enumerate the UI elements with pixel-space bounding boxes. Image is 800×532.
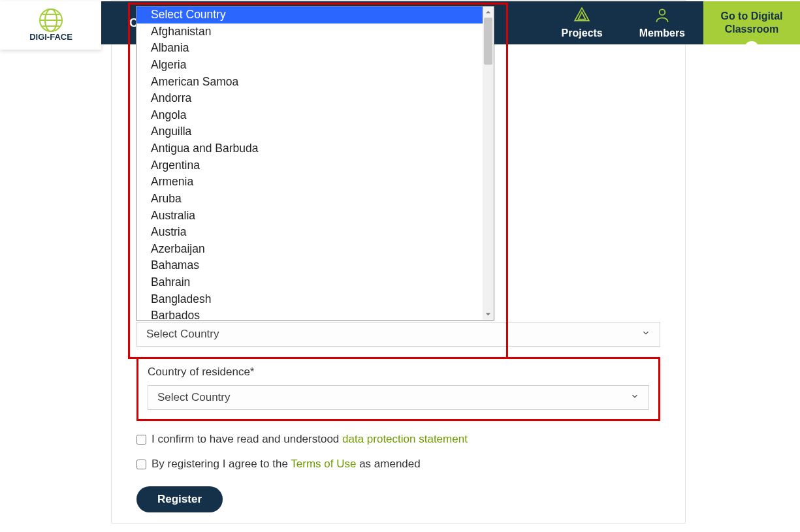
country-option[interactable]: Afghanistan (136, 23, 483, 40)
svg-point-5 (660, 9, 665, 15)
country-option[interactable]: Angola (136, 107, 483, 124)
country-option[interactable]: Albania (136, 40, 483, 57)
nav-digital-classroom-label: Go to Digital Classroom (720, 10, 782, 36)
country-option[interactable]: Bahamas (136, 257, 483, 274)
agree-terms-checkbox[interactable] (136, 460, 146, 469)
residence-select[interactable]: Select Country (148, 385, 649, 410)
country-option[interactable]: Bahrain (136, 274, 483, 291)
nav-item-members[interactable]: Members (621, 1, 703, 44)
residence-label: Country of residence* (148, 366, 649, 379)
country-option[interactable]: Austria (136, 224, 483, 241)
country-option[interactable]: Armenia (136, 174, 483, 191)
country-option[interactable]: Aruba (136, 191, 483, 208)
members-icon (654, 7, 671, 26)
dropdown-scrollbar[interactable] (483, 7, 494, 320)
country-option[interactable]: Andorra (136, 90, 483, 107)
chevron-down-icon (630, 391, 639, 404)
country-dropdown-listbox[interactable]: Select CountryAfghanistanAlbaniaAlgeriaA… (136, 6, 494, 321)
data-protection-link[interactable]: data protection statement (342, 433, 468, 445)
residence-select-value: Select Country (157, 391, 231, 404)
country-option[interactable]: Barbados (136, 307, 483, 320)
brand-text: DIGI-FACE (29, 32, 72, 42)
terms-suffix-text: as amended (356, 458, 420, 470)
agree-terms-row[interactable]: By registering I agree to the Terms of U… (136, 458, 660, 471)
register-button-label: Register (157, 493, 202, 505)
nav-members-label: Members (639, 27, 685, 39)
brand-logo[interactable]: DIGI-FACE (0, 1, 101, 50)
country-option[interactable]: Select Country (136, 7, 483, 23)
country-option[interactable]: Azerbaijan (136, 241, 483, 258)
scroll-track[interactable] (483, 18, 494, 309)
nav-digital-classroom-button[interactable]: Go to Digital Classroom (703, 1, 800, 44)
confirm-data-protection-checkbox[interactable] (136, 435, 146, 445)
scroll-down-arrow-icon[interactable] (483, 309, 494, 320)
scroll-thumb[interactable] (484, 18, 492, 65)
country-option[interactable]: Anguilla (136, 123, 483, 140)
country-dropdown-list: Select CountryAfghanistanAlbaniaAlgeriaA… (136, 7, 483, 320)
nav-right: Projects Members Go to Digital Classroom (543, 1, 800, 44)
scroll-up-arrow-icon[interactable] (483, 7, 494, 18)
country-option[interactable]: Antigua and Barbuda (136, 140, 483, 157)
chevron-down-icon (641, 328, 650, 341)
residence-highlight-box: Country of residence* Select Country (136, 357, 660, 421)
country-option[interactable]: American Samoa (136, 74, 483, 91)
confirm-data-protection-row[interactable]: I confirm to have read and understood da… (136, 433, 660, 446)
register-button[interactable]: Register (136, 486, 223, 512)
country-option[interactable]: Argentina (136, 157, 483, 174)
nav-item-projects[interactable]: Projects (543, 1, 621, 44)
confirm-prefix-text: I confirm to have read and understood (152, 433, 342, 445)
projects-icon (573, 7, 590, 26)
nav-projects-label: Projects (562, 27, 603, 39)
country-option[interactable]: Bangladesh (136, 291, 483, 308)
terms-link[interactable]: Terms of Use (291, 458, 356, 470)
terms-prefix-text: By registering I agree to the (152, 458, 291, 470)
country-option[interactable]: Australia (136, 208, 483, 225)
country-option[interactable]: Algeria (136, 57, 483, 74)
